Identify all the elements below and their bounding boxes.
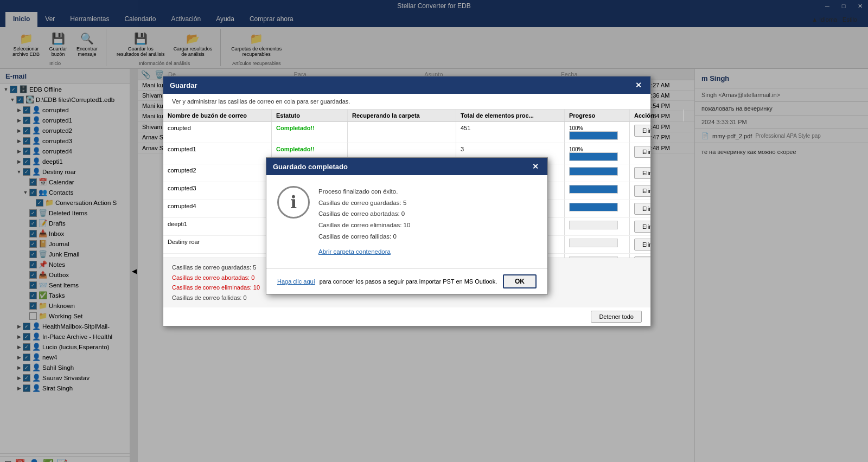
completado-line-2: Casillas de correo guardadas: 5 — [318, 197, 410, 209]
cell-action: Eliminar — [630, 164, 650, 182]
cell-mailbox: Destiny roar — [163, 236, 272, 253]
eliminar-button[interactable]: Eliminar — [634, 185, 650, 197]
cell-action: Eliminar — [630, 218, 650, 235]
progress-bar — [569, 221, 618, 229]
guardar-close-button[interactable]: ✕ — [633, 80, 644, 91]
guardar-bottom-bar: Detener todo — [163, 307, 650, 326]
progress-bar — [569, 152, 618, 161]
progress-bar — [569, 256, 618, 258]
progress-bar — [569, 239, 618, 247]
cell-progress — [565, 236, 630, 253]
cell-progress: 100% — [565, 143, 630, 164]
cell-progress — [565, 182, 630, 200]
guardar-title: Guardar — [170, 81, 197, 89]
col-mailbox: Nombre de buzón de correo — [163, 110, 272, 121]
eliminar-button[interactable]: Eliminar — [634, 221, 650, 233]
col-estatuto: Estatuto — [272, 110, 348, 121]
cell-mailbox: corrupted3 — [163, 182, 272, 200]
click-here-link[interactable]: Haga clic aquí — [277, 278, 315, 285]
progress-bar — [569, 131, 618, 140]
completado-line-1: Proceso finalizado con éxito. — [318, 186, 410, 197]
dialog-completado: Guardado completado ✕ ℹ Proceso finaliza… — [266, 157, 548, 294]
completado-title: Guardado completado — [273, 163, 348, 171]
cell-mailbox: deepti1 — [163, 218, 272, 235]
eliminar-button[interactable]: Eliminar — [634, 167, 650, 179]
col-progress: Progreso — [565, 110, 630, 121]
cell-progress — [565, 200, 630, 217]
info-icon: ℹ — [277, 186, 310, 219]
guardar-title-bar: Guardar ✕ — [163, 76, 650, 94]
progress-bar — [569, 167, 618, 176]
cell-action: Eliminar — [630, 182, 650, 200]
cell-progress — [565, 164, 630, 182]
col-total: Total de elementos proc... — [456, 110, 565, 121]
cell-progress — [565, 254, 630, 258]
guardar-table-header: Nombre de buzón de correo Estatuto Recup… — [163, 110, 650, 122]
cell-action: Eliminar — [630, 236, 650, 253]
guardar-subtitle: Ver y administrar las casillas de correo… — [163, 94, 650, 110]
eliminar-button[interactable]: Eliminar — [634, 125, 650, 137]
cell-total: 451 — [456, 122, 565, 143]
cell-progress — [565, 218, 630, 235]
completado-title-bar: Guardado completado ✕ — [266, 158, 547, 175]
cell-action: Eliminar — [630, 143, 650, 164]
cell-mailbox: corrupted2 — [163, 164, 272, 182]
open-folder-link[interactable]: Abrir carpeta contenedora — [318, 246, 410, 258]
cell-folder — [348, 122, 456, 143]
completado-close-button[interactable]: ✕ — [530, 161, 541, 172]
completado-footer: Haga clic aquí para conocer los pasos a … — [266, 268, 547, 294]
cell-mailbox: corupted — [163, 122, 272, 143]
eliminar-button[interactable]: Eliminar — [634, 239, 650, 251]
cell-action: Eliminar — [630, 200, 650, 217]
completado-line-3: Casillas de correo abortadas: 0 — [318, 208, 410, 220]
completado-line-5: Casillas de correo fallidas: 0 — [318, 231, 410, 242]
ok-button[interactable]: OK — [503, 274, 537, 288]
completado-body: ℹ Proceso finalizado con éxito. Casillas… — [266, 175, 547, 268]
cell-status: Completado!! — [272, 122, 348, 143]
detener-todo-button[interactable]: Detener todo — [591, 311, 642, 323]
progress-bar — [569, 185, 618, 194]
completado-text: Proceso finalizado con éxito. Casillas d… — [318, 186, 410, 258]
cell-progress: 100% — [565, 122, 630, 143]
progress-bar — [569, 203, 618, 211]
completado-line-4: Casillas de correo eliminadas: 10 — [318, 220, 410, 231]
cell-mailbox: corrupted4 — [163, 200, 272, 217]
cell-action: Eliminar — [630, 122, 650, 143]
col-folder: Recuperando la carpeta — [348, 110, 456, 121]
eliminar-button[interactable]: Eliminar — [634, 256, 650, 258]
footer-suffix-text: para conocer los pasos a seguir para imp… — [320, 278, 497, 285]
cell-action: Eliminar — [630, 254, 650, 258]
eliminar-button[interactable]: Eliminar — [634, 203, 650, 215]
cell-mailbox: corrupted1 — [163, 143, 272, 164]
table-row: corupted Completado!! 451 100% Eliminar — [163, 122, 650, 143]
eliminar-button[interactable]: Eliminar — [634, 146, 650, 158]
info-symbol: ℹ — [290, 192, 297, 213]
col-action: Acción — [630, 110, 684, 121]
cell-mailbox: HealthMailbox-SitplMail-Corrupt... — [163, 254, 272, 258]
